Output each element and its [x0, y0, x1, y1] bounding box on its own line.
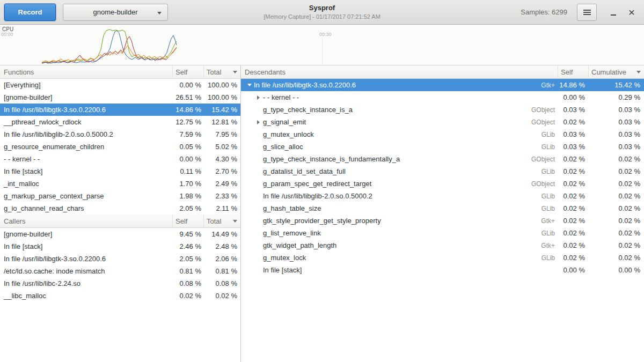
- table-row[interactable]: g_resource_enumerate_children 0.05 % 5.0…: [0, 141, 240, 153]
- function-name-cell: g_slice_alloc: [263, 143, 303, 151]
- table-row[interactable]: [Everything] 0.00 % 100.00 %: [0, 79, 240, 91]
- table-row[interactable]: In file [stack] 2.46 % 2.48 %: [0, 240, 240, 253]
- right-pane: Descendants Self Cumulative In file /usr…: [241, 65, 644, 362]
- table-row[interactable]: _int_malloc 1.70 % 2.49 %: [0, 178, 240, 190]
- table-row[interactable]: g_type_check_instance_is_a GObject 0.03 …: [241, 104, 644, 116]
- function-name-cell: g_io_channel_read_chars: [0, 204, 173, 212]
- hamburger-icon: [583, 12, 591, 13]
- category-label: GLib: [509, 143, 558, 151]
- table-row[interactable]: [gnome-builder] 26.51 % 100.00 %: [0, 91, 240, 104]
- column-header-descendants[interactable]: Descendants: [241, 65, 558, 78]
- close-icon: ×: [628, 6, 635, 18]
- function-name-cell: g_mutex_lock: [263, 254, 306, 262]
- table-row[interactable]: In file /usr/lib/libgtk-3.so.0.2200.6 14…: [0, 104, 240, 116]
- table-row[interactable]: g_type_check_instance_is_fundamentally_a…: [241, 153, 644, 165]
- menu-button[interactable]: [577, 4, 597, 21]
- table-row[interactable]: - - kernel - - 0.00 % 4.30 %: [0, 153, 240, 165]
- table-row[interactable]: g_io_channel_read_chars 2.05 % 2.11 %: [0, 202, 240, 215]
- column-header-functions[interactable]: Functions: [0, 65, 173, 78]
- function-name-cell: In file [stack]: [263, 266, 302, 274]
- function-name-cell: g_type_check_instance_is_fundamentally_a: [263, 155, 400, 163]
- column-header-total[interactable]: Total: [204, 215, 240, 227]
- column-header-total[interactable]: Total: [204, 65, 240, 78]
- self-percent-cell: 0.02 %: [558, 241, 589, 249]
- self-percent-cell: 0.00 %: [173, 81, 204, 89]
- self-percent-cell: 0.02 %: [173, 292, 204, 300]
- category-label: GLib: [509, 205, 558, 212]
- table-row[interactable]: g_signal_emit GObject 0.02 % 0.03 %: [241, 116, 644, 128]
- column-header-cumulative[interactable]: Cumulative: [589, 65, 644, 78]
- total-percent-cell: 7.95 %: [204, 130, 240, 138]
- table-row[interactable]: g_hash_table_size GLib 0.02 % 0.02 %: [241, 202, 644, 215]
- cpu-usage-chart: [0, 25, 644, 65]
- functions-header-row: Functions Self Total: [0, 65, 240, 79]
- table-row[interactable]: In file [stack] 0.11 % 2.70 %: [0, 165, 240, 178]
- sort-indicator-icon: [636, 71, 641, 73]
- self-percent-cell: 0.02 %: [558, 180, 589, 188]
- function-name-cell: g_type_check_instance_is_a: [263, 106, 353, 114]
- column-header-self[interactable]: Self: [558, 65, 589, 78]
- close-button[interactable]: ×: [623, 3, 641, 21]
- self-percent-cell: 1.70 %: [173, 180, 204, 188]
- expander-icon[interactable]: [254, 116, 263, 128]
- sort-indicator-icon: [233, 71, 237, 73]
- descendants-table: In file /usr/lib/libgtk-3.so.0.2200.6 Gt…: [241, 79, 644, 276]
- minimize-button[interactable]: [604, 3, 623, 21]
- function-name-cell: [Everything]: [0, 81, 173, 89]
- cpu-graph-area[interactable]: CPU 00:00 00:30: [0, 25, 644, 65]
- table-row[interactable]: [gnome-builder] 9.45 % 14.49 %: [0, 228, 240, 240]
- table-row[interactable]: /etc/ld.so.cache: inode mismatch 0.81 % …: [0, 265, 240, 277]
- function-name-cell: In file /usr/lib/libglib-2.0.so.0.5000.2: [263, 192, 372, 200]
- category-label: GLib: [509, 254, 558, 262]
- table-row[interactable]: gtk_style_provider_get_style_property Gt…: [241, 215, 644, 227]
- total-percent-cell: 15.42 %: [204, 106, 240, 114]
- expander-icon: [254, 141, 263, 153]
- cumulative-percent-cell: 15.42 %: [589, 81, 644, 89]
- table-row[interactable]: In file /usr/lib/libgtk-3.so.0.2200.6 2.…: [0, 253, 240, 265]
- column-header-self[interactable]: Self: [173, 215, 204, 227]
- cumulative-percent-cell: 0.00 %: [589, 266, 644, 274]
- self-percent-cell: 14.86 %: [558, 81, 589, 89]
- total-percent-cell: 100.00 %: [204, 81, 240, 89]
- table-row[interactable]: g_list_remove_link GLib 0.02 % 0.02 %: [241, 227, 644, 239]
- table-row[interactable]: __libc_malloc 0.02 % 0.02 %: [0, 290, 240, 302]
- table-row[interactable]: gtk_widget_path_length Gtk+ 0.02 % 0.02 …: [241, 239, 644, 252]
- time-tick-start: 00:00: [1, 32, 13, 37]
- table-row[interactable]: g_slice_alloc GLib 0.03 % 0.03 %: [241, 141, 644, 153]
- table-row[interactable]: In file [stack] 0.00 % 0.00 %: [241, 264, 644, 276]
- table-row[interactable]: In file /usr/lib/libgtk-3.so.0.2200.6 Gt…: [241, 79, 644, 91]
- expander-icon: [254, 264, 263, 276]
- table-row[interactable]: __pthread_rwlock_rdlock 12.75 % 12.81 %: [0, 116, 240, 128]
- column-header-callers[interactable]: Callers: [0, 215, 173, 227]
- self-percent-cell: 0.08 %: [173, 279, 204, 287]
- function-name-cell: g_datalist_id_set_data_full: [263, 167, 346, 175]
- category-label: Gtk+: [509, 242, 558, 249]
- table-row[interactable]: In file /usr/lib/libglib-2.0.so.0.5000.2…: [0, 128, 240, 141]
- expander-icon[interactable]: [254, 91, 263, 104]
- table-row[interactable]: In file /usr/lib/libc-2.24.so 0.08 % 0.0…: [0, 277, 240, 290]
- total-percent-cell: 2.06 %: [204, 255, 240, 263]
- table-row[interactable]: g_mutex_unlock GLib 0.03 % 0.03 %: [241, 128, 644, 141]
- expander-icon[interactable]: [245, 79, 254, 91]
- total-percent-cell: 12.81 %: [204, 118, 240, 126]
- table-row[interactable]: g_datalist_id_set_data_full GLib 0.02 % …: [241, 165, 644, 178]
- table-row[interactable]: In file /usr/lib/libglib-2.0.so.0.5000.2…: [241, 190, 644, 202]
- expander-icon: [254, 165, 263, 178]
- self-percent-cell: 0.02 %: [558, 118, 589, 126]
- table-row[interactable]: - - kernel - - 0.00 % 0.29 %: [241, 91, 644, 104]
- table-row[interactable]: g_param_spec_get_redirect_target GObject…: [241, 178, 644, 190]
- time-tick-mid: 00:30: [319, 32, 332, 37]
- expander-icon: [254, 227, 263, 239]
- functions-table: [Everything] 0.00 % 100.00 % [gnome-buil…: [0, 79, 240, 215]
- column-header-self[interactable]: Self: [173, 65, 204, 78]
- table-row[interactable]: g_markup_parse_context_parse 1.98 % 2.33…: [0, 190, 240, 202]
- record-button[interactable]: Record: [4, 4, 56, 21]
- cumulative-percent-cell: 0.29 %: [589, 93, 644, 101]
- cumulative-percent-cell: 0.02 %: [589, 167, 644, 175]
- function-name-cell: _int_malloc: [0, 180, 173, 188]
- expander-icon: [254, 215, 263, 227]
- self-percent-cell: 0.05 %: [173, 143, 204, 151]
- process-selector-dropdown[interactable]: gnome-builder: [63, 4, 168, 21]
- self-percent-cell: 0.02 %: [558, 204, 589, 212]
- table-row[interactable]: g_mutex_lock GLib 0.02 % 0.02 %: [241, 252, 644, 264]
